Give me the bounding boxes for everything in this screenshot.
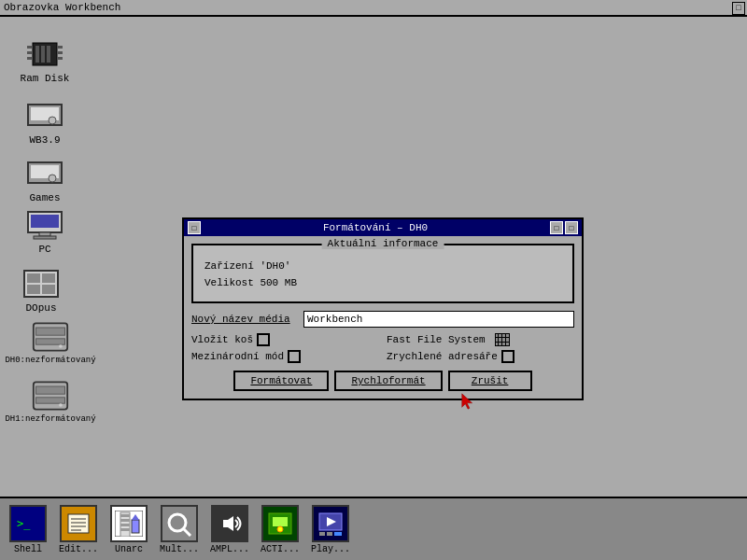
intl-label: Mezinárodní mód [191,351,284,362]
taskbar-acti[interactable]: ACTI... [258,505,303,554]
ram-disk-icon [26,37,63,71]
svg-rect-46 [120,524,130,526]
wb39-icon [26,99,63,133]
taskbar-play[interactable]: Play... [308,505,353,554]
quickformat-button[interactable]: Rychloformát [334,371,442,391]
new-name-input[interactable] [303,311,574,328]
acti-label: ACTI... [261,544,300,554]
ffs-label: Fast File System [387,334,486,345]
unarc-icon [110,505,148,542]
ffs-checkbox-item: Fast File System [387,333,574,346]
dialog-body: Aktuální informace Zařízení 'DH0' Veliko… [184,236,582,399]
edit-icon [60,505,97,542]
svg-rect-45 [120,519,130,522]
ampl-label: AMPL... [210,544,249,554]
games-label: Games [29,192,60,203]
svg-rect-31 [36,398,65,403]
svg-rect-27 [36,339,65,344]
dialog-titlebar: □ Formátování – DH0 □ □ [184,219,582,236]
shell-icon: >_ [9,505,47,542]
desktop: Ram Disk WB3.9 Games [0,17,747,511]
games-icon [26,157,63,190]
dircache-label: Zrychlené adresáře [387,351,498,362]
icon-games[interactable]: Games [7,157,82,203]
title-bar: Obrazovka Workbench □ [0,0,747,17]
dopus-label: DOpus [25,302,56,314]
icon-dh1[interactable]: DH1:nezformátovaný [4,379,97,424]
svg-rect-48 [132,520,139,533]
dialog-close-btn[interactable]: □ [188,221,201,234]
svg-rect-1 [27,46,33,49]
format-button[interactable]: Formátovat [233,371,329,391]
svg-rect-57 [273,517,288,526]
svg-point-15 [49,175,56,182]
icon-dopus[interactable]: DOpus [4,267,78,314]
svg-point-12 [49,117,56,124]
shell-label: Shell [14,544,42,554]
svg-point-58 [277,526,283,532]
svg-rect-63 [327,532,332,536]
svg-rect-22 [42,273,55,283]
dircache-checkbox-item: Zrychlené adresáře [387,350,574,363]
cancel-button[interactable]: Zrušit [448,371,532,391]
svg-rect-18 [39,232,50,236]
title-bar-text: Obrazovka Workbench [4,2,120,13]
svg-point-28 [59,344,63,348]
svg-rect-30 [36,386,65,394]
svg-rect-44 [120,514,130,517]
ffs-grid-icon [495,333,510,346]
svg-text:>_: >_ [17,517,31,530]
play-label: Play... [311,544,350,554]
svg-rect-21 [27,273,40,283]
new-name-label: Nový název média [191,314,303,325]
format-dialog: □ Formátování – DH0 □ □ Aktuální informa… [182,217,584,400]
dialog-title: Formátování – DH0 [201,222,550,233]
play-icon [312,505,349,542]
buttons-row: Formátovat Rychloformát Zrušit [191,371,574,391]
svg-rect-9 [47,46,50,63]
icon-wb39[interactable]: WB3.9 [7,99,82,146]
svg-rect-8 [41,46,45,63]
svg-rect-3 [27,57,33,60]
svg-rect-6 [57,57,63,60]
svg-point-32 [59,403,63,407]
trash-checkbox[interactable] [257,333,270,346]
info-box: Aktuální informace Zařízení 'DH0' Veliko… [191,244,574,303]
trash-label: Vložit koš [191,334,253,345]
dopus-icon [22,267,60,301]
pc-icon [26,208,63,242]
dh0-icon [32,320,69,354]
unarc-label: Unarc [115,544,143,554]
close-button[interactable]: □ [732,2,745,15]
dialog-minimize-btn[interactable]: □ [565,221,578,234]
taskbar-unarc[interactable]: Unarc [106,505,151,554]
mult-icon [161,505,198,542]
taskbar-shell[interactable]: >_ Shell [6,505,50,554]
device-info: Zařízení 'DH0' [204,259,561,275]
size-info: Velikost 500 MB [204,275,561,292]
ram-disk-label: Ram Disk [21,73,70,84]
wb39-label: WB3.9 [29,134,60,146]
acti-icon [261,505,299,542]
icon-ram-disk[interactable]: Ram Disk [7,37,82,84]
dh0-label: DH0:nezformátovaný [5,356,95,365]
checkbox-grid: Vložit koš Fast File System [191,333,574,363]
svg-rect-62 [319,532,325,536]
dialog-controls: □ □ [550,221,578,234]
icon-pc[interactable]: PC [7,208,82,255]
info-box-content: Zařízení 'DH0' Velikost 500 MB [193,245,572,301]
taskbar: >_ Shell Edit... [0,497,747,560]
taskbar-edit[interactable]: Edit... [56,505,101,554]
svg-rect-47 [120,528,130,531]
intl-checkbox-item: Mezinárodní mód [191,350,379,363]
svg-rect-5 [57,51,63,54]
taskbar-mult[interactable]: Mult... [157,505,202,554]
dircache-checkbox[interactable] [501,350,514,363]
trash-checkbox-item: Vložit koš [191,333,379,346]
taskbar-ampl[interactable]: AMPL... [207,505,252,554]
intl-checkbox[interactable] [288,350,301,363]
icon-dh0[interactable]: DH0:nezformátovaný [4,320,97,365]
dialog-zoom-btn[interactable]: □ [550,221,563,234]
svg-rect-17 [31,215,59,228]
info-box-title: Aktuální informace [322,238,444,249]
